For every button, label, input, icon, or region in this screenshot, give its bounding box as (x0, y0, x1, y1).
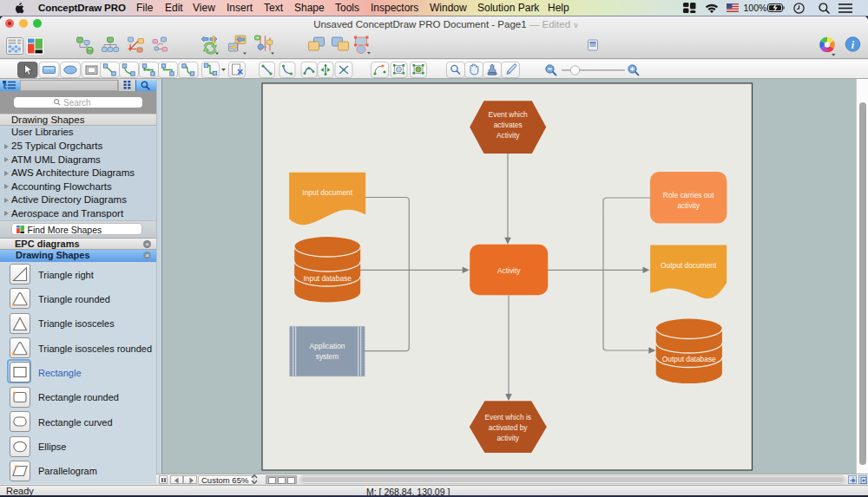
svg-text:activates: activates (494, 121, 523, 129)
svg-text:Output database: Output database (662, 355, 716, 363)
svg-text:Event which is: Event which is (484, 413, 531, 422)
svg-text:Role carries out: Role carries out (663, 191, 714, 199)
svg-text:system: system (316, 352, 339, 361)
svg-text:Output document: Output document (661, 261, 717, 270)
svg-text:Application: Application (310, 342, 345, 350)
svg-text:Input document: Input document (302, 188, 352, 197)
svg-text:activated by: activated by (489, 423, 529, 432)
svg-text:Input database: Input database (303, 274, 352, 283)
svg-text:activity: activity (496, 434, 519, 442)
svg-text:Activity: Activity (497, 266, 521, 275)
svg-text:Activity: Activity (496, 131, 520, 140)
svg-text:activity: activity (677, 201, 700, 210)
svg-text:Event which: Event which (489, 110, 528, 119)
